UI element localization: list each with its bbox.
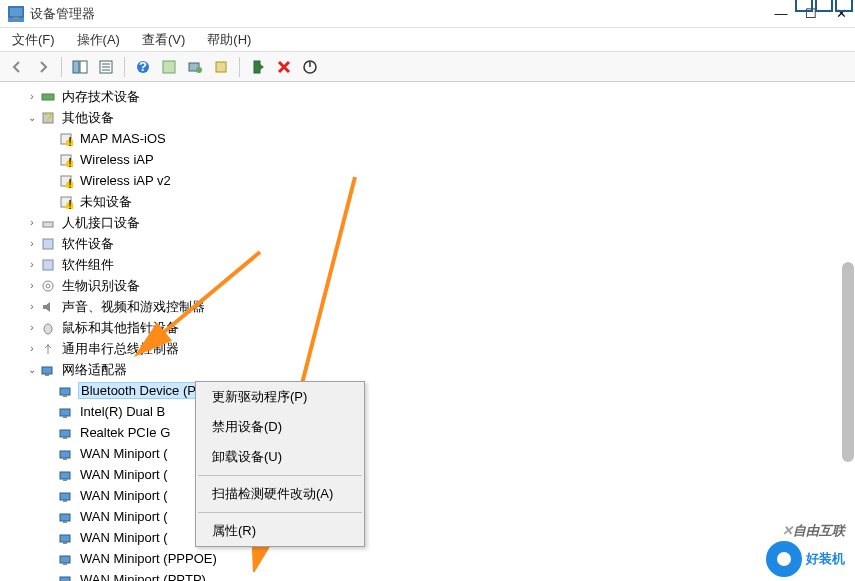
svg-rect-52 [63, 521, 67, 523]
svg-rect-1 [13, 17, 19, 20]
svg-point-12 [196, 67, 202, 73]
tree-node-wan-miniport[interactable]: WAN Miniport ( [0, 464, 855, 485]
mouse-icon [40, 320, 56, 336]
tree-node-mouse[interactable]: › 鼠标和其他指针设备 [0, 317, 855, 338]
svg-rect-43 [60, 430, 70, 437]
svg-rect-46 [63, 458, 67, 460]
show-hide-console-button[interactable] [69, 56, 91, 78]
tree-node-wan-miniport[interactable]: WAN Miniport ( [0, 443, 855, 464]
titlebar: 设备管理器 — ☐ ✕ [0, 0, 855, 28]
svg-point-35 [46, 284, 50, 288]
ctx-properties[interactable]: 属性(R) [196, 516, 364, 546]
vertical-scrollbar[interactable] [842, 262, 854, 462]
nav-forward-button[interactable] [32, 56, 54, 78]
external-window-decorations [795, 0, 853, 12]
watermark-logo-icon [766, 541, 802, 577]
tree-node-usb[interactable]: › 通用串行总线控制器 [0, 338, 855, 359]
svg-rect-47 [60, 472, 70, 479]
expand-icon[interactable]: › [26, 280, 38, 292]
expand-icon[interactable]: › [26, 301, 38, 313]
ctx-disable-device[interactable]: 禁用设备(D) [196, 412, 364, 442]
svg-rect-39 [60, 388, 70, 395]
app-icon [8, 6, 24, 22]
properties-button[interactable] [95, 56, 117, 78]
usb-icon [40, 341, 56, 357]
scan-hardware-button[interactable] [184, 56, 206, 78]
tree-node-wan-miniport[interactable]: WAN Miniport ( [0, 527, 855, 548]
tree-node-hid[interactable]: › 人机接口设备 [0, 212, 855, 233]
ctx-uninstall-device[interactable]: 卸载设备(U) [196, 442, 364, 472]
menu-view[interactable]: 查看(V) [138, 29, 189, 51]
network-adapter-icon [58, 467, 74, 483]
svg-rect-37 [42, 367, 52, 374]
tree-node-realtek[interactable]: Realtek PCIe G [0, 422, 855, 443]
svg-rect-38 [45, 374, 49, 376]
network-adapter-icon [58, 404, 74, 420]
tree-node-network-adapters[interactable]: ⌄ 网络适配器 [0, 359, 855, 380]
network-adapter-icon [40, 362, 56, 378]
svg-text:!: ! [68, 197, 72, 209]
tree-node-wireless-iap[interactable]: ! Wireless iAP [0, 149, 855, 170]
svg-rect-41 [60, 409, 70, 416]
tree-node-software-components[interactable]: › 软件组件 [0, 254, 855, 275]
ctx-scan-hardware[interactable]: 扫描检测硬件改动(A) [196, 479, 364, 509]
tree-node-other-devices[interactable]: ⌄ ? 其他设备 [0, 107, 855, 128]
tree-node-intel-wifi[interactable]: Intel(R) Dual B [0, 401, 855, 422]
svg-rect-57 [60, 577, 70, 582]
biometric-icon [40, 278, 56, 294]
tree-node-wan-miniport-pppoe[interactable]: WAN Miniport (PPPOE) [0, 548, 855, 569]
tree-node-wan-miniport[interactable]: WAN Miniport ( [0, 485, 855, 506]
svg-text:!: ! [68, 155, 72, 167]
update-driver-button[interactable] [210, 56, 232, 78]
svg-rect-53 [60, 535, 70, 542]
hid-icon [40, 215, 56, 231]
minimize-button[interactable]: — [775, 8, 787, 20]
menu-file[interactable]: 文件(F) [8, 29, 59, 51]
disable-device-button[interactable] [299, 56, 321, 78]
expand-icon[interactable]: › [26, 322, 38, 334]
tree-node-unknown-device[interactable]: ! 未知设备 [0, 191, 855, 212]
context-menu-separator [198, 475, 362, 476]
software-device-icon [40, 236, 56, 252]
collapse-icon[interactable]: ⌄ [26, 364, 38, 376]
help-button[interactable]: ? [132, 56, 154, 78]
tree-node-software-devices[interactable]: › 软件设备 [0, 233, 855, 254]
expand-icon[interactable]: › [26, 238, 38, 250]
svg-rect-16 [42, 94, 54, 100]
tree-node-bluetooth-pan[interactable]: Bluetooth Device (Personal Area Network) [0, 380, 855, 401]
menu-action[interactable]: 操作(A) [73, 29, 124, 51]
expand-icon[interactable]: › [26, 217, 38, 229]
tree-node-mas-ios[interactable]: ! MAP MAS-iOS [0, 128, 855, 149]
svg-text:!: ! [68, 176, 72, 188]
svg-rect-3 [80, 61, 87, 73]
collapse-icon[interactable]: ⌄ [26, 112, 38, 124]
expand-icon[interactable]: › [26, 91, 38, 103]
tree-node-wan-miniport[interactable]: WAN Miniport ( [0, 506, 855, 527]
enable-device-button[interactable] [247, 56, 269, 78]
uninstall-device-button[interactable] [273, 56, 295, 78]
network-adapter-icon [58, 509, 74, 525]
network-adapter-icon [58, 425, 74, 441]
unknown-device-icon: ! [58, 194, 74, 210]
tree-node-wan-miniport-pptp[interactable]: WAN Miniport (PPTP) [0, 569, 855, 581]
ctx-update-driver[interactable]: 更新驱动程序(P) [196, 382, 364, 412]
tree-node-wireless-iap-v2[interactable]: ! Wireless iAP v2 [0, 170, 855, 191]
refresh-button[interactable] [158, 56, 180, 78]
svg-rect-54 [63, 542, 67, 544]
network-adapter-icon [58, 551, 74, 567]
svg-rect-50 [63, 500, 67, 502]
expand-icon[interactable]: › [26, 343, 38, 355]
menu-help[interactable]: 帮助(H) [203, 29, 255, 51]
svg-rect-33 [43, 260, 53, 270]
nav-back-button[interactable] [6, 56, 28, 78]
network-adapter-icon [58, 446, 74, 462]
tree-node-biometric[interactable]: › 生物识别设备 [0, 275, 855, 296]
tree-node-sound[interactable]: › 声音、视频和游戏控制器 [0, 296, 855, 317]
network-adapter-icon [58, 488, 74, 504]
device-tree[interactable]: › 内存技术设备 ⌄ ? 其他设备 ! MAP MAS-iOS ! Wirele… [0, 82, 855, 581]
svg-rect-31 [43, 222, 53, 227]
tree-node-memory[interactable]: › 内存技术设备 [0, 86, 855, 107]
expand-icon[interactable]: › [26, 259, 38, 271]
svg-rect-10 [163, 61, 175, 73]
svg-rect-42 [63, 416, 67, 418]
